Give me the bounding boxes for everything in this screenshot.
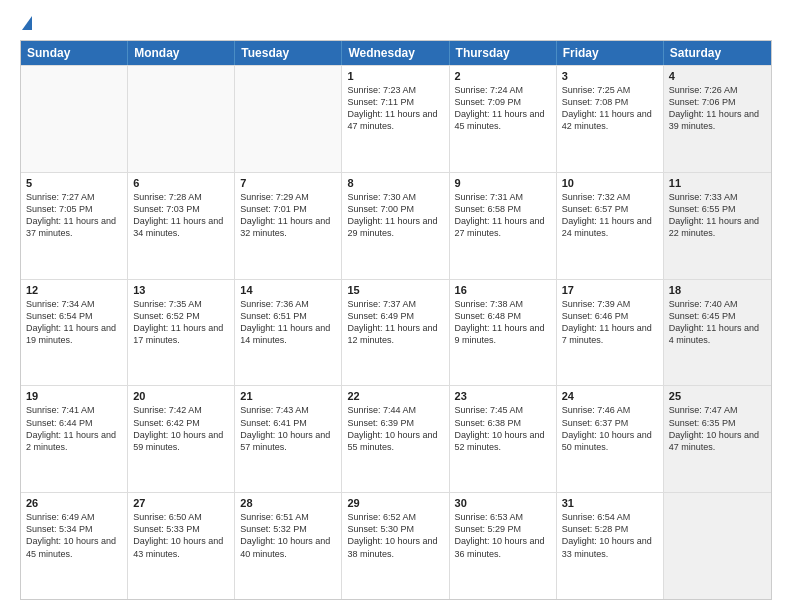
sunset-text: Sunset: 6:41 PM — [240, 417, 336, 429]
day-number: 30 — [455, 497, 551, 509]
daylight-text: Daylight: 11 hours and 24 minutes. — [562, 215, 658, 239]
calendar-cell-empty-0-0 — [21, 66, 128, 172]
calendar-row-4: 19Sunrise: 7:41 AMSunset: 6:44 PMDayligh… — [21, 385, 771, 492]
page: SundayMondayTuesdayWednesdayThursdayFrid… — [0, 0, 792, 612]
sunrise-text: Sunrise: 7:40 AM — [669, 298, 766, 310]
calendar-cell-29: 29Sunrise: 6:52 AMSunset: 5:30 PMDayligh… — [342, 493, 449, 599]
day-number: 10 — [562, 177, 658, 189]
day-number: 20 — [133, 390, 229, 402]
day-number: 23 — [455, 390, 551, 402]
sunset-text: Sunset: 6:52 PM — [133, 310, 229, 322]
calendar-cell-12: 12Sunrise: 7:34 AMSunset: 6:54 PMDayligh… — [21, 280, 128, 386]
calendar-cell-17: 17Sunrise: 7:39 AMSunset: 6:46 PMDayligh… — [557, 280, 664, 386]
calendar-cell-27: 27Sunrise: 6:50 AMSunset: 5:33 PMDayligh… — [128, 493, 235, 599]
day-header-tuesday: Tuesday — [235, 41, 342, 65]
sunset-text: Sunset: 6:49 PM — [347, 310, 443, 322]
daylight-text: Daylight: 11 hours and 47 minutes. — [347, 108, 443, 132]
calendar-cell-18: 18Sunrise: 7:40 AMSunset: 6:45 PMDayligh… — [664, 280, 771, 386]
sunrise-text: Sunrise: 7:32 AM — [562, 191, 658, 203]
sunrise-text: Sunrise: 6:54 AM — [562, 511, 658, 523]
sunset-text: Sunset: 7:08 PM — [562, 96, 658, 108]
daylight-text: Daylight: 11 hours and 19 minutes. — [26, 322, 122, 346]
day-number: 14 — [240, 284, 336, 296]
daylight-text: Daylight: 11 hours and 17 minutes. — [133, 322, 229, 346]
sunrise-text: Sunrise: 7:46 AM — [562, 404, 658, 416]
calendar-cell-7: 7Sunrise: 7:29 AMSunset: 7:01 PMDaylight… — [235, 173, 342, 279]
daylight-text: Daylight: 10 hours and 50 minutes. — [562, 429, 658, 453]
sunset-text: Sunset: 6:46 PM — [562, 310, 658, 322]
day-number: 17 — [562, 284, 658, 296]
day-header-friday: Friday — [557, 41, 664, 65]
calendar-row-3: 12Sunrise: 7:34 AMSunset: 6:54 PMDayligh… — [21, 279, 771, 386]
sunset-text: Sunset: 5:30 PM — [347, 523, 443, 535]
day-number: 26 — [26, 497, 122, 509]
logo — [20, 16, 32, 30]
calendar-cell-8: 8Sunrise: 7:30 AMSunset: 7:00 PMDaylight… — [342, 173, 449, 279]
calendar-row-1: 1Sunrise: 7:23 AMSunset: 7:11 PMDaylight… — [21, 65, 771, 172]
sunrise-text: Sunrise: 7:27 AM — [26, 191, 122, 203]
sunset-text: Sunset: 5:33 PM — [133, 523, 229, 535]
daylight-text: Daylight: 10 hours and 59 minutes. — [133, 429, 229, 453]
sunrise-text: Sunrise: 7:45 AM — [455, 404, 551, 416]
daylight-text: Daylight: 11 hours and 12 minutes. — [347, 322, 443, 346]
sunrise-text: Sunrise: 7:33 AM — [669, 191, 766, 203]
day-number: 24 — [562, 390, 658, 402]
sunset-text: Sunset: 5:29 PM — [455, 523, 551, 535]
calendar-cell-24: 24Sunrise: 7:46 AMSunset: 6:37 PMDayligh… — [557, 386, 664, 492]
sunrise-text: Sunrise: 7:28 AM — [133, 191, 229, 203]
daylight-text: Daylight: 11 hours and 14 minutes. — [240, 322, 336, 346]
sunset-text: Sunset: 6:39 PM — [347, 417, 443, 429]
day-number: 2 — [455, 70, 551, 82]
calendar-cell-6: 6Sunrise: 7:28 AMSunset: 7:03 PMDaylight… — [128, 173, 235, 279]
daylight-text: Daylight: 10 hours and 47 minutes. — [669, 429, 766, 453]
calendar-cell-empty-4-6 — [664, 493, 771, 599]
sunset-text: Sunset: 7:00 PM — [347, 203, 443, 215]
calendar-row-2: 5Sunrise: 7:27 AMSunset: 7:05 PMDaylight… — [21, 172, 771, 279]
day-number: 11 — [669, 177, 766, 189]
sunset-text: Sunset: 6:37 PM — [562, 417, 658, 429]
calendar-cell-25: 25Sunrise: 7:47 AMSunset: 6:35 PMDayligh… — [664, 386, 771, 492]
day-number: 12 — [26, 284, 122, 296]
sunset-text: Sunset: 6:57 PM — [562, 203, 658, 215]
day-number: 13 — [133, 284, 229, 296]
daylight-text: Daylight: 11 hours and 9 minutes. — [455, 322, 551, 346]
calendar-cell-empty-0-2 — [235, 66, 342, 172]
sunrise-text: Sunrise: 7:37 AM — [347, 298, 443, 310]
day-number: 31 — [562, 497, 658, 509]
calendar-cell-20: 20Sunrise: 7:42 AMSunset: 6:42 PMDayligh… — [128, 386, 235, 492]
sunset-text: Sunset: 6:58 PM — [455, 203, 551, 215]
day-number: 7 — [240, 177, 336, 189]
sunset-text: Sunset: 7:05 PM — [26, 203, 122, 215]
sunset-text: Sunset: 6:35 PM — [669, 417, 766, 429]
sunrise-text: Sunrise: 7:26 AM — [669, 84, 766, 96]
sunrise-text: Sunrise: 7:23 AM — [347, 84, 443, 96]
calendar-cell-10: 10Sunrise: 7:32 AMSunset: 6:57 PMDayligh… — [557, 173, 664, 279]
calendar-header: SundayMondayTuesdayWednesdayThursdayFrid… — [21, 41, 771, 65]
day-number: 28 — [240, 497, 336, 509]
calendar-cell-22: 22Sunrise: 7:44 AMSunset: 6:39 PMDayligh… — [342, 386, 449, 492]
sunset-text: Sunset: 6:45 PM — [669, 310, 766, 322]
daylight-text: Daylight: 10 hours and 38 minutes. — [347, 535, 443, 559]
calendar-cell-4: 4Sunrise: 7:26 AMSunset: 7:06 PMDaylight… — [664, 66, 771, 172]
sunrise-text: Sunrise: 6:50 AM — [133, 511, 229, 523]
sunset-text: Sunset: 5:34 PM — [26, 523, 122, 535]
day-number: 15 — [347, 284, 443, 296]
daylight-text: Daylight: 11 hours and 42 minutes. — [562, 108, 658, 132]
day-number: 25 — [669, 390, 766, 402]
sunrise-text: Sunrise: 7:31 AM — [455, 191, 551, 203]
calendar-cell-16: 16Sunrise: 7:38 AMSunset: 6:48 PMDayligh… — [450, 280, 557, 386]
daylight-text: Daylight: 11 hours and 45 minutes. — [455, 108, 551, 132]
sunset-text: Sunset: 7:09 PM — [455, 96, 551, 108]
daylight-text: Daylight: 11 hours and 29 minutes. — [347, 215, 443, 239]
daylight-text: Daylight: 11 hours and 39 minutes. — [669, 108, 766, 132]
header — [20, 16, 772, 30]
calendar-cell-13: 13Sunrise: 7:35 AMSunset: 6:52 PMDayligh… — [128, 280, 235, 386]
sunrise-text: Sunrise: 7:43 AM — [240, 404, 336, 416]
daylight-text: Daylight: 11 hours and 22 minutes. — [669, 215, 766, 239]
sunset-text: Sunset: 7:11 PM — [347, 96, 443, 108]
calendar-cell-31: 31Sunrise: 6:54 AMSunset: 5:28 PMDayligh… — [557, 493, 664, 599]
calendar-cell-15: 15Sunrise: 7:37 AMSunset: 6:49 PMDayligh… — [342, 280, 449, 386]
day-number: 8 — [347, 177, 443, 189]
sunrise-text: Sunrise: 7:39 AM — [562, 298, 658, 310]
daylight-text: Daylight: 10 hours and 33 minutes. — [562, 535, 658, 559]
